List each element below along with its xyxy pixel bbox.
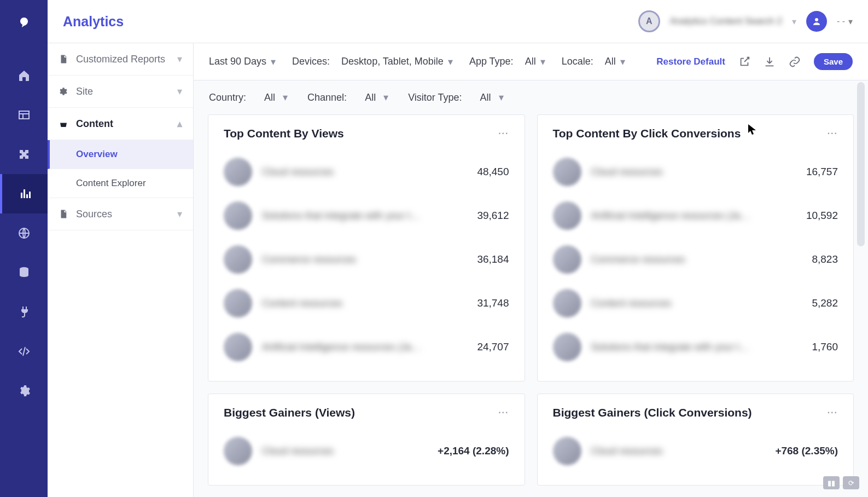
thumbnail: [224, 437, 252, 465]
thumbnail: [224, 201, 252, 230]
nav-database[interactable]: [0, 253, 48, 292]
row-value: 10,592: [806, 210, 838, 222]
row-value: 1,760: [812, 341, 838, 353]
row-value: 24,707: [477, 341, 509, 353]
list-item[interactable]: Cloud resources+768 (2.35%): [553, 429, 838, 473]
filter-date-range[interactable]: Last 90 Days▾: [209, 56, 276, 68]
chevron-down-icon: ▾: [177, 208, 182, 220]
floating-controls: ▮▮ ⟳: [823, 476, 859, 489]
more-icon[interactable]: ···: [498, 408, 509, 418]
row-value: 36,184: [477, 253, 509, 265]
filter-visitor-type[interactable]: Visitor Type: All ▾: [408, 91, 503, 103]
card-gainers-views: Biggest Gainers (Views) ··· Cloud resour…: [208, 394, 525, 486]
content-area: Last 90 Days▾ Devices: Desktop, Tablet, …: [194, 43, 868, 497]
row-value: +2,164 (2.28%): [438, 445, 509, 457]
user-avatar[interactable]: [806, 11, 827, 32]
row-value: 8,823: [812, 253, 838, 265]
sidebar-item-label: Content: [76, 118, 113, 130]
sidebar-content-explorer[interactable]: Content Explorer: [48, 169, 193, 198]
row-value: 39,612: [477, 210, 509, 222]
row-label: Commerce resources: [262, 254, 467, 265]
logo-icon: [13, 12, 35, 34]
restore-default-link[interactable]: Restore Default: [656, 56, 725, 67]
nav-code[interactable]: [0, 332, 48, 371]
card-gainers-conversions: Biggest Gainers (Click Conversions) ··· …: [537, 394, 854, 486]
pause-icon[interactable]: ▮▮: [823, 476, 840, 489]
download-icon[interactable]: [764, 56, 776, 68]
row-label: Solutions that integrate with your t…: [262, 210, 467, 222]
nav-analytics[interactable]: [0, 174, 48, 213]
thumbnail: [224, 289, 252, 317]
chevron-down-icon: ▾: [848, 16, 853, 27]
list-item[interactable]: Artificial Intelligence resources (Ja…10…: [553, 194, 838, 238]
card-top-content-views: Top Content By Views ··· Cloud resources…: [208, 114, 525, 382]
sidebar-overview[interactable]: Overview: [48, 140, 193, 169]
list-item[interactable]: Cloud resources16,757: [553, 150, 838, 194]
more-icon[interactable]: ···: [828, 408, 838, 418]
thumbnail: [224, 158, 252, 186]
chevron-down-icon: ▾: [448, 56, 453, 68]
nav-rail: [0, 0, 48, 497]
card-title: Top Content By Views: [224, 127, 344, 140]
sidebar-item-label: Overview: [76, 149, 118, 159]
save-button[interactable]: Save: [814, 53, 853, 70]
list-item[interactable]: Artificial Intelligence resources (Ja…24…: [224, 325, 509, 369]
refresh-icon[interactable]: ⟳: [843, 476, 859, 489]
list-item[interactable]: Commerce resources36,184: [224, 238, 509, 281]
row-label: Commerce resources: [591, 254, 802, 265]
nav-puzzle[interactable]: [0, 135, 48, 174]
list-item[interactable]: Commerce resources8,823: [553, 238, 838, 281]
row-value: 31,748: [477, 297, 509, 309]
chevron-down-icon: ▾: [177, 85, 182, 97]
sidebar-site[interactable]: Site ▾: [48, 76, 193, 108]
card-title: Biggest Gainers (Views): [224, 406, 355, 419]
scrollbar[interactable]: [857, 82, 865, 246]
list-item[interactable]: Content resources31,748: [224, 281, 509, 325]
filter-channel[interactable]: Channel: All ▾: [307, 91, 388, 103]
list-item[interactable]: Content resources5,282: [553, 281, 838, 325]
nav-settings[interactable]: [0, 371, 48, 411]
file-icon: [59, 54, 68, 64]
nav-globe[interactable]: [0, 213, 48, 253]
sidebar-customized-reports[interactable]: Customized Reports ▾: [48, 43, 193, 76]
thumbnail: [224, 245, 252, 274]
thumbnail: [553, 333, 581, 361]
card-title: Top Content By Click Conversions: [553, 127, 741, 140]
chevron-down-icon: ▾: [177, 53, 182, 65]
list-item[interactable]: Solutions that integrate with your t…39,…: [224, 194, 509, 238]
row-label: Content resources: [262, 298, 467, 309]
more-icon[interactable]: ···: [828, 129, 838, 138]
nav-home[interactable]: [0, 56, 48, 95]
page-title: Analytics: [63, 14, 124, 30]
row-label: Cloud resources: [262, 446, 428, 457]
filter-devices[interactable]: Devices: Desktop, Tablet, Mobile▾: [292, 56, 453, 68]
sidebar-sources[interactable]: Sources ▾: [48, 198, 193, 230]
cards-grid: Top Content By Views ··· Cloud resources…: [194, 109, 868, 497]
export-icon[interactable]: [738, 56, 750, 68]
svg-point-5: [815, 18, 818, 21]
link-icon[interactable]: [789, 56, 801, 68]
nav-layout[interactable]: [0, 95, 48, 135]
chevron-down-icon[interactable]: ▾: [792, 16, 796, 27]
user-menu[interactable]: - - ▾: [837, 16, 853, 27]
list-item[interactable]: Cloud resources48,450: [224, 150, 509, 194]
filter-locale[interactable]: Locale: All▾: [562, 56, 625, 68]
chevron-up-icon: ▴: [177, 118, 182, 130]
filter-apptype[interactable]: App Type: All▾: [469, 56, 545, 68]
list-item[interactable]: Cloud resources+2,164 (2.28%): [224, 429, 509, 473]
account-avatar[interactable]: A: [638, 10, 660, 32]
row-label: Cloud resources: [591, 446, 766, 457]
sidebar: Customized Reports ▾ Site ▾ Content ▴ Ov…: [48, 43, 194, 497]
filter-country[interactable]: Country: All ▾: [209, 91, 288, 103]
more-icon[interactable]: ···: [498, 129, 509, 138]
thumbnail: [553, 437, 581, 465]
thumbnail: [553, 201, 581, 230]
list-item[interactable]: Solutions that integrate with your t…1,7…: [553, 325, 838, 369]
breadcrumb-blurred: Analytics Content Search 2: [670, 16, 782, 27]
main: Analytics A Analytics Content Search 2 ▾…: [48, 0, 868, 497]
row-label: Artificial Intelligence resources (Ja…: [591, 210, 796, 222]
chevron-down-icon: ▾: [540, 56, 545, 68]
sidebar-content[interactable]: Content ▴: [48, 108, 193, 140]
row-label: Content resources: [591, 298, 802, 309]
nav-plug[interactable]: [0, 292, 48, 332]
